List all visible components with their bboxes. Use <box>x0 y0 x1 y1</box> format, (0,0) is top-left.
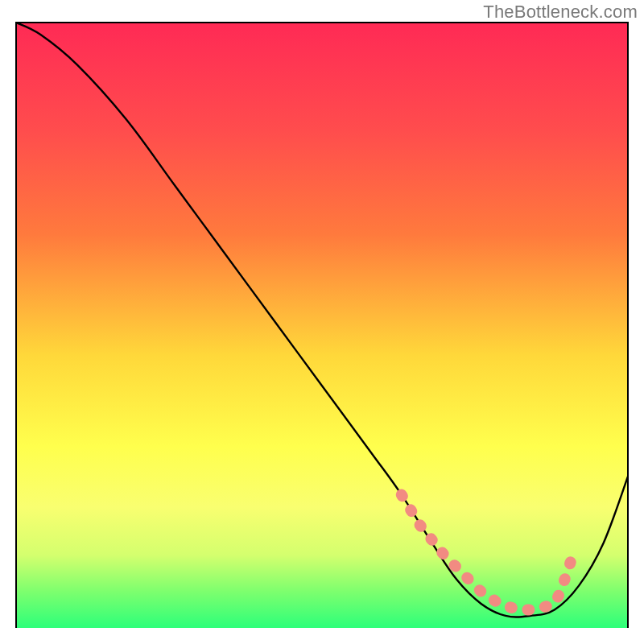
chart-stage: TheBottleneck.com <box>0 0 644 644</box>
chart-canvas <box>0 0 644 644</box>
gradient-background <box>16 23 628 628</box>
watermark-text: TheBottleneck.com <box>483 2 638 23</box>
